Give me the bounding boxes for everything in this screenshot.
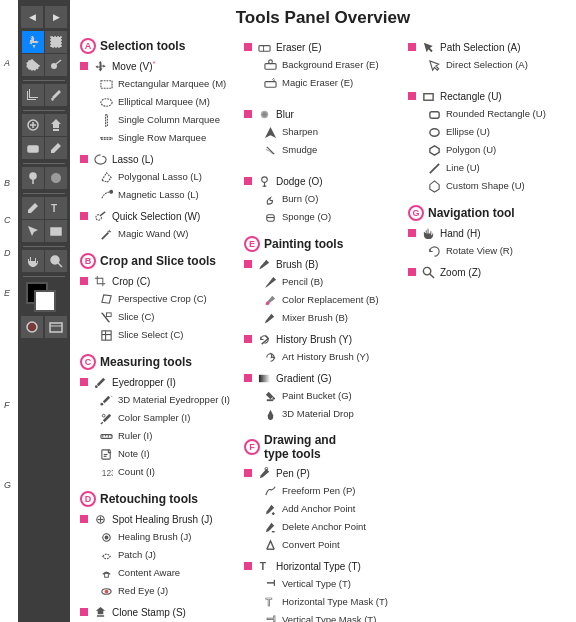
brush-tool-btn[interactable]: [45, 137, 67, 159]
bullet-rect: [408, 92, 416, 100]
tool-hand: Hand (H): [408, 224, 566, 242]
tool-magic-wand-name: Magic Wand (W): [118, 228, 188, 240]
section-b-title: Crop and Slice tools: [100, 254, 216, 268]
tool-quick-sel: Quick Selection (W): [80, 207, 238, 225]
del-anchor-icon: [262, 519, 278, 535]
tool-sponge-name: Sponge (O): [282, 211, 331, 223]
tool-slice-name: Slice (C): [118, 311, 154, 323]
dodge-tool-btn[interactable]: [22, 167, 44, 189]
svg-line-24: [101, 232, 108, 239]
pen-tool-btn[interactable]: [22, 197, 44, 219]
tool-mixer-brush: Mixer Brush (B): [244, 309, 402, 327]
tool-3d-drop-name: 3D Material Drop: [282, 408, 354, 420]
blur-tool-btn[interactable]: [45, 167, 67, 189]
quick-mask-btn[interactable]: [21, 316, 43, 338]
tool-heal-name: Healing Brush (J): [118, 531, 191, 543]
eraser-tool-btn[interactable]: [22, 137, 44, 159]
tool-lasso-name: Lasso (L): [112, 153, 154, 166]
svg-rect-28: [106, 312, 111, 316]
add-anchor-icon: [262, 501, 278, 517]
tool-slice-sel-name: Slice Select (C): [118, 329, 183, 341]
svg-rect-11: [51, 228, 61, 235]
content-aware-icon: [98, 565, 114, 581]
type-tool-btn[interactable]: T: [45, 197, 67, 219]
crop-tool-btn[interactable]: [22, 84, 44, 106]
clone-tool-btn[interactable]: [45, 114, 67, 136]
path-sel-tool-btn[interactable]: [22, 220, 44, 242]
smudge-icon: [262, 142, 278, 158]
slice-sel-icon: [98, 327, 114, 343]
tool-hand-name: Hand (H): [440, 227, 481, 240]
spot-heal-icon: [92, 511, 108, 527]
label-e: E: [4, 288, 10, 298]
paint-bucket-icon: [262, 388, 278, 404]
move-tool-btn[interactable]: [22, 31, 44, 53]
svg-rect-29: [101, 330, 110, 339]
pen-icon: [256, 465, 272, 481]
tool-lasso: Lasso (L): [80, 150, 238, 168]
arrow-left-btn[interactable]: ◀: [21, 6, 43, 28]
tool-convert-point-name: Convert Point: [282, 539, 340, 551]
custom-shape-icon: [426, 178, 442, 194]
lasso-tool-btn[interactable]: [22, 54, 44, 76]
bullet-blur: [244, 110, 252, 118]
tool-bg-eraser-name: Background Eraser (E): [282, 59, 379, 71]
arrow-right-btn[interactable]: ▶: [45, 6, 67, 28]
tool-red-eye-name: Red Eye (J): [118, 585, 168, 597]
tool-pencil-name: Pencil (B): [282, 276, 323, 288]
section-c-header: C Measuring tools: [80, 354, 238, 370]
svg-line-60: [272, 77, 274, 79]
tool-rounded-rect: Rounded Rectangle (U): [408, 105, 566, 123]
count-icon: 123: [98, 464, 114, 480]
svg-rect-17: [100, 80, 111, 87]
svg-point-22: [95, 214, 101, 220]
tool-rect-marquee-name: Rectangular Marquee (M): [118, 78, 226, 90]
bullet-history-brush: [244, 335, 252, 343]
page-title: Tools Panel Overview: [80, 8, 566, 28]
section-g-header: G Navigation tool: [408, 205, 566, 221]
svg-rect-6: [28, 146, 38, 152]
svg-point-21: [109, 190, 112, 193]
tb-divider-3: [23, 163, 65, 164]
tool-freeform-pen: Freeform Pen (P): [244, 482, 402, 500]
tool-h-type: T Horizontal Type (T): [244, 557, 402, 575]
pencil-icon: [262, 274, 278, 290]
bullet-eyedropper: [80, 378, 88, 386]
bullet-pen: [244, 469, 252, 477]
group-blur: Blur Sharpen Smudge: [244, 102, 402, 159]
content-grid: A Selection tools Move (V)* Rectangular …: [80, 38, 566, 622]
eyedropper-tool-btn[interactable]: [45, 84, 67, 106]
section-d-circle: D: [80, 491, 96, 507]
bg-eraser-icon: [262, 57, 278, 73]
direct-sel-icon: [426, 57, 442, 73]
svg-point-33: [100, 402, 103, 405]
bullet-hand: [408, 229, 416, 237]
marquee-tool-btn[interactable]: [45, 31, 67, 53]
tool-gradient: Gradient (G): [244, 369, 402, 387]
svg-point-70: [265, 301, 269, 305]
shape-tool-btn[interactable]: [45, 220, 67, 242]
tool-add-anchor-name: Add Anchor Point: [282, 503, 355, 515]
quick-sel-icon: [92, 208, 108, 224]
hand-icon: [420, 225, 436, 241]
toolbar: ◀ ▶: [18, 0, 70, 622]
tool-del-anchor: Delete Anchor Point: [244, 518, 402, 536]
rect-marquee-icon: [98, 76, 114, 92]
tool-zoom: Zoom (Z): [408, 263, 566, 281]
screen-mode-btn[interactable]: [45, 316, 67, 338]
tool-paint-bucket-name: Paint Bucket (G): [282, 390, 352, 402]
svg-point-32: [94, 385, 97, 388]
svg-point-8: [30, 173, 36, 179]
tb-divider-5: [23, 246, 65, 247]
svg-rect-57: [264, 63, 275, 69]
bullet-h-type: [244, 562, 252, 570]
eraser-icon: [256, 39, 272, 55]
tool-sharpen: Sharpen: [244, 123, 402, 141]
heal-tool-btn[interactable]: [22, 114, 44, 136]
tool-gradient-name: Gradient (G): [276, 372, 332, 385]
zoom-tool-btn[interactable]: [45, 250, 67, 272]
hand-tool-btn[interactable]: [22, 250, 44, 272]
background-color[interactable]: [34, 290, 56, 312]
section-e-circle: E: [244, 236, 260, 252]
quick-sel-tool-btn[interactable]: [45, 54, 67, 76]
